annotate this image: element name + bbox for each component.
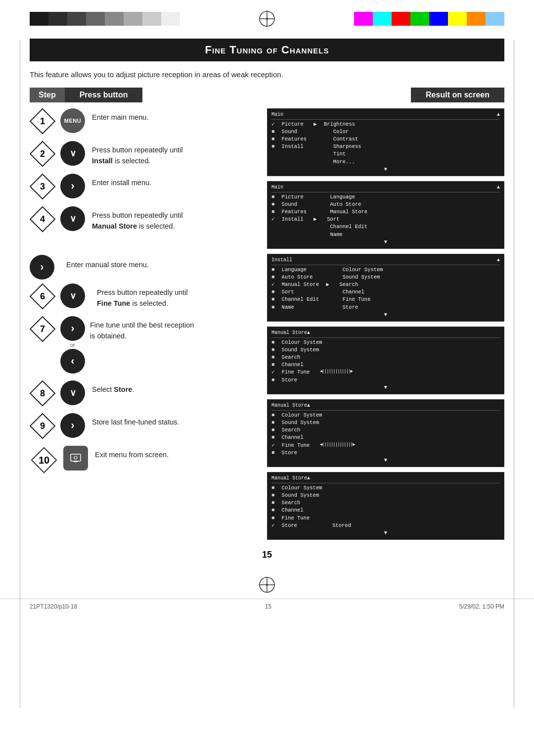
down-button-8[interactable]: ∨ <box>60 380 85 405</box>
step-1-number: 1 <box>30 108 55 134</box>
tv-button[interactable] <box>63 446 88 471</box>
or-label: or <box>70 342 75 348</box>
left-color-bars <box>30 12 180 26</box>
top-color-bars <box>0 0 534 34</box>
screen5-title: Manual Store▲ <box>271 402 310 410</box>
svg-point-3 <box>266 18 268 20</box>
svg-rect-15 <box>74 461 78 462</box>
color-bar-r6 <box>448 12 467 26</box>
right-color-bars <box>354 12 504 26</box>
step-8-row: 8 ∨ Select Store. <box>30 380 257 406</box>
page-number: 15 <box>30 550 504 560</box>
screen-4: Manual Store▲ ■ Colour System ■ Sound Sy… <box>267 327 504 394</box>
page-title: Fine Tuning of Channels <box>30 39 504 61</box>
step-2-text: Press button repeatedly until Install is… <box>92 141 183 167</box>
right-button-3[interactable]: › <box>60 174 85 198</box>
step-1-row: 1 MENU Enter main menu. <box>30 108 257 134</box>
color-bar-1 <box>30 12 48 26</box>
screen-1: Main ▲ ✓ Picture ▶ Brightness ■ Sound Co… <box>267 108 504 176</box>
subtitle: This feature allows you to adjust pictur… <box>30 70 504 79</box>
color-bar-8 <box>161 12 180 26</box>
step-1-text: Enter main menu. <box>92 108 148 123</box>
left-button-7[interactable]: ‹ <box>60 349 85 374</box>
color-bar-5 <box>105 12 124 26</box>
screen1-arrow: ▲ <box>497 111 500 119</box>
step-2-row: 2 ∨ Press button repeatedly until Instal… <box>30 141 257 167</box>
step-10-row: 10 Exit menu from screen. <box>30 446 257 474</box>
color-bar-r5 <box>429 12 448 26</box>
color-bar-r4 <box>410 12 429 26</box>
main-content: Fine Tuning of Channels This feature all… <box>0 34 534 574</box>
color-bar-4 <box>86 12 105 26</box>
screens-column: Main ▲ ✓ Picture ▶ Brightness ■ Sound Co… <box>267 108 504 545</box>
step-4-text: Press button repeatedly until Manual Sto… <box>92 206 183 232</box>
menu-button[interactable]: MENU <box>60 108 85 133</box>
side-line-left <box>20 40 21 708</box>
step-6-number: 6 <box>30 284 55 309</box>
screen3-title: Install <box>271 257 292 264</box>
step-10-text: Exit menu from screen. <box>95 446 169 461</box>
footer-left: 21PT1320/p10-18 <box>30 603 77 610</box>
side-line-right <box>513 40 514 708</box>
color-bar-2 <box>48 12 67 26</box>
color-bar-6 <box>124 12 142 26</box>
step-3-text: Enter install menu. <box>92 174 151 189</box>
step-9-row: 9 › Store last fine-tuned status. <box>30 413 257 439</box>
step-3-row: 3 › Enter install menu. <box>30 174 257 199</box>
step-8-text: Select Store. <box>92 380 134 395</box>
color-bar-r1 <box>354 12 373 26</box>
screen6-title: Manual Store▲ <box>271 475 310 482</box>
step-3-number: 3 <box>30 174 55 199</box>
step-10-number: 10 <box>30 446 58 474</box>
step-4-row: 4 ∨ Press button repeatedly until Manual… <box>30 206 257 232</box>
screen2-arrow: ▲ <box>497 184 500 191</box>
screen2-title: Main <box>271 184 283 191</box>
screen1-title: Main <box>271 111 283 119</box>
step-9-number: 9 <box>30 413 55 439</box>
svg-point-20 <box>266 584 268 586</box>
down-button-2[interactable]: ∨ <box>60 141 85 166</box>
screen-6: Manual Store▲ ■ Colour System ■ Sound Sy… <box>267 472 504 540</box>
screen4-title: Manual Store▲ <box>271 330 310 337</box>
result-header: Result on screen <box>411 88 504 102</box>
crosshair-top <box>257 9 277 29</box>
press-button-header: Press button <box>65 88 143 102</box>
step-2-number: 2 <box>30 141 55 167</box>
crosshair-bottom <box>0 576 534 594</box>
step-6-text: Press button repeatedly until Fine Tune … <box>97 284 188 309</box>
step-8-number: 8 <box>30 380 55 406</box>
footer: 21PT1320/p10-18 15 5/29/02, 1:50 PM <box>0 599 534 614</box>
down-button-4[interactable]: ∨ <box>60 206 85 231</box>
right-button-7[interactable]: › <box>60 316 85 341</box>
color-bar-r3 <box>392 12 410 26</box>
color-bar-7 <box>142 12 161 26</box>
right-button-9[interactable]: › <box>60 413 85 438</box>
step-56-row: › Enter manual store menu. 6 ∨ Press but <box>30 255 257 309</box>
screen3-arrow: ▲ <box>497 257 500 264</box>
color-bar-r2 <box>373 12 392 26</box>
column-headers: Step Press button Result on screen <box>30 88 504 102</box>
step-5-text-real: Enter manual store menu. <box>66 255 149 271</box>
svg-point-16 <box>74 456 77 459</box>
color-bar-3 <box>67 12 86 26</box>
step-header: Step <box>30 88 65 102</box>
color-bar-r7 <box>467 12 486 26</box>
footer-right: 5/29/02, 1:50 PM <box>459 603 504 610</box>
step-4-number: 4 <box>30 206 55 232</box>
step-7-row: 7 › or ‹ Fine tune until the best recept… <box>30 316 257 374</box>
content-columns: 1 MENU Enter main menu. 2 ∨ Press button… <box>30 108 504 545</box>
svg-rect-14 <box>71 454 81 461</box>
screen-2: Main ▲ ■ Picture Language ■ Sound Auto S… <box>267 181 504 249</box>
steps-column: 1 MENU Enter main menu. 2 ∨ Press button… <box>30 108 267 545</box>
footer-center: 15 <box>265 603 271 610</box>
color-bar-r8 <box>486 12 504 26</box>
step-9-text: Store last fine-tuned status. <box>92 413 179 428</box>
right-button-5[interactable]: › <box>30 255 54 280</box>
step-7-number: 7 <box>30 316 55 342</box>
screen-5: Manual Store▲ ■ Colour System ■ Sound Sy… <box>267 399 504 467</box>
step-7-text: Fine tune until the best receptionis obt… <box>90 316 194 342</box>
screen-3: Install ▲ ■ Language Colour System ■ Aut… <box>267 254 504 322</box>
down-button-6[interactable]: ∨ <box>60 284 85 308</box>
